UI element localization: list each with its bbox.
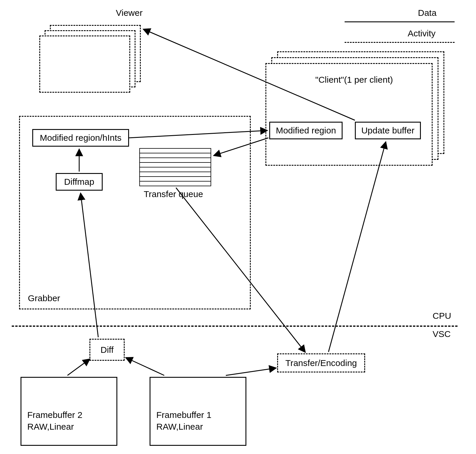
cpu-label: CPU (433, 311, 451, 321)
modified-region-hints-box: Modified region/hInts (32, 129, 129, 147)
framebuffer-2-line1: Framebuffer 2 (27, 410, 82, 420)
client-label: "Client"(1 per client) (315, 75, 393, 85)
client-update-buffer-box: Update buffer (355, 122, 421, 139)
framebuffer-2-line2: RAW,Linear (27, 422, 74, 432)
client-modified-region-text: Modified region (276, 126, 336, 135)
modified-region-hints-text: Modified region/hInts (40, 133, 122, 143)
transfer-queue-box (139, 148, 211, 186)
client-update-buffer-text: Update buffer (361, 126, 414, 135)
legend-data-line (345, 21, 455, 22)
framebuffer-1-box: Framebuffer 1 RAW,Linear (150, 377, 246, 446)
svg-line-6 (328, 142, 386, 352)
viewer-label: Viewer (116, 8, 143, 18)
legend-activity-line (345, 42, 455, 43)
framebuffer-2-box: Framebuffer 2 RAW,Linear (21, 377, 117, 446)
viewer-card-1 (39, 35, 130, 93)
diff-text: Diff (101, 345, 114, 355)
client-modified-region-box: Modified region (269, 122, 343, 139)
svg-line-8 (126, 358, 164, 375)
grabber-label: Grabber (28, 293, 60, 303)
diagram-canvas: Viewer Data Activity "Client"(1 per clie… (0, 0, 476, 454)
svg-line-7 (67, 359, 89, 375)
diffmap-text: Diffmap (64, 177, 94, 187)
vsc-label: VSC (433, 329, 451, 339)
diffmap-box: Diffmap (56, 173, 103, 191)
legend-data-label: Data (418, 8, 436, 18)
diff-box: Diff (89, 339, 125, 361)
cpu-vsc-divider (12, 326, 458, 327)
transfer-encoding-box: Transfer/Encoding (277, 353, 365, 372)
svg-line-9 (226, 368, 276, 375)
legend-activity-label: Activity (408, 28, 436, 38)
framebuffer-1-line2: RAW,Linear (156, 422, 203, 432)
framebuffer-1-line1: Framebuffer 1 (156, 410, 211, 420)
transfer-encoding-text: Transfer/Encoding (285, 358, 357, 368)
transfer-queue-label: Transfer queue (144, 189, 203, 199)
